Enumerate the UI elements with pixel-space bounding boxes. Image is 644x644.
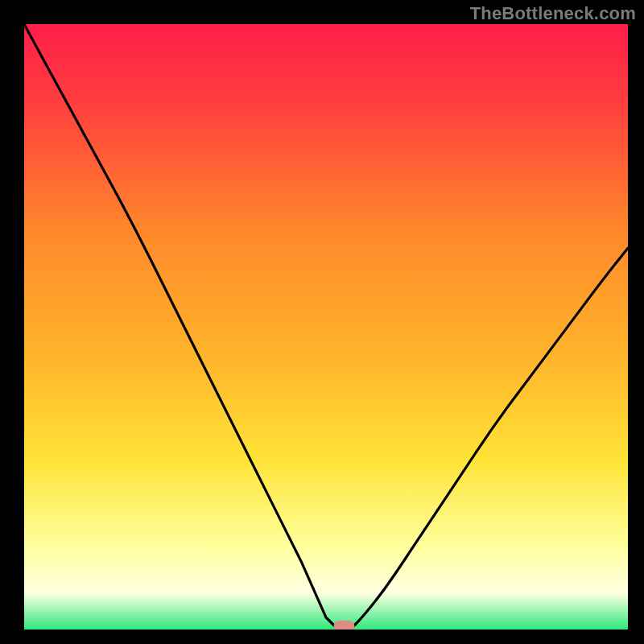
bottleneck-chart [24, 24, 628, 630]
optimum-marker [334, 621, 355, 630]
watermark-text: TheBottleneck.com [470, 3, 636, 24]
chart-frame: TheBottleneck.com [0, 0, 644, 644]
gradient-background [24, 24, 628, 630]
plot-area [24, 24, 628, 630]
